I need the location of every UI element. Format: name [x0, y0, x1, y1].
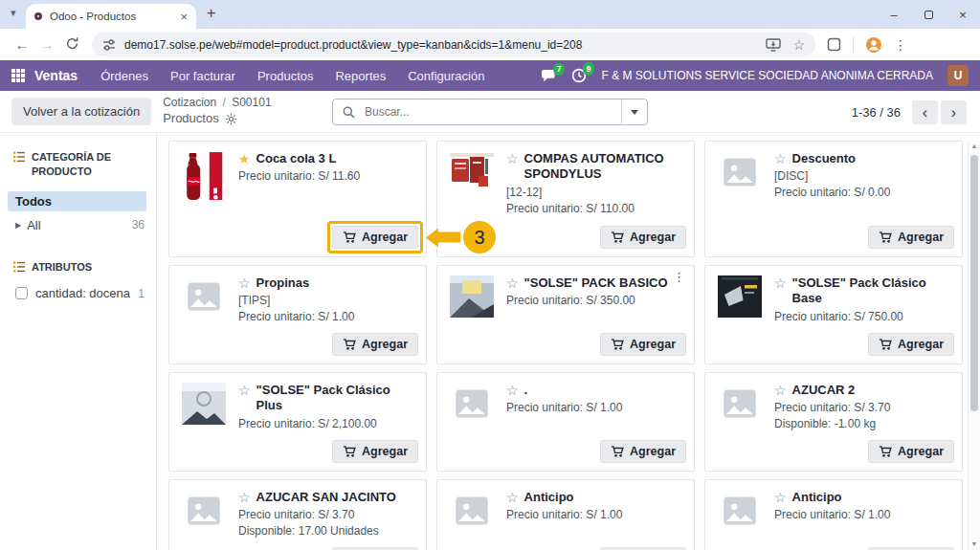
product-card[interactable]: ☆ AZUCAR 2 Precio unitario: S/ 3.70 Disp… — [704, 372, 963, 472]
favorite-star-icon[interactable]: ☆ — [238, 490, 251, 505]
search-input[interactable] — [363, 104, 621, 120]
product-title[interactable]: COMPAS AUTOMATICO SPONDYLUS — [524, 151, 686, 183]
menu-configuracion[interactable]: Configuración — [408, 69, 484, 83]
sidebar-item-all[interactable]: ▶ All 36 — [13, 215, 146, 235]
favorite-star-icon[interactable]: ☆ — [774, 383, 787, 398]
scroll-up-icon[interactable]: ▲ — [969, 141, 980, 152]
favorite-star-icon[interactable]: ☆ — [506, 383, 519, 398]
tab-list-chevron-icon[interactable]: ▾ — [11, 7, 16, 19]
product-image[interactable] — [179, 151, 229, 249]
product-card[interactable]: ☆ "SOLSE" Pack Clásico Base Precio unita… — [704, 265, 963, 364]
agregar-button[interactable]: Agregar — [600, 226, 686, 249]
product-card[interactable]: ☆ "SOLSE" Pack Clásico Plus Precio unita… — [168, 372, 427, 472]
product-card[interactable]: ☆ Descuento [DISC] Precio unitario: S/ 0… — [704, 141, 963, 257]
product-title[interactable]: . — [524, 383, 528, 398]
product-card[interactable]: ☆ . Precio unitario: S/ 1.00 ⋮ Agregar 3 — [436, 372, 695, 472]
activities-icon[interactable]: 9 — [571, 68, 587, 83]
product-image[interactable] — [179, 383, 229, 463]
favorite-star-icon[interactable]: ☆ — [506, 151, 519, 166]
checkbox[interactable] — [15, 287, 28, 299]
product-card[interactable]: ★ Coca cola 3 L Precio unitario: S/ 11.6… — [168, 141, 427, 257]
browser-tab[interactable]: Odoo - Productos × — [26, 4, 196, 29]
product-card[interactable]: ☆ Propinas [TIPS] Precio unitario: S/ 1.… — [168, 265, 427, 364]
address-bar[interactable]: demo17.solse.pe/web#model=product.produc… — [92, 33, 815, 56]
menu-ordenes[interactable]: Órdenes — [100, 69, 148, 83]
favorite-star-icon[interactable]: ☆ — [238, 275, 251, 291]
forward-icon[interactable]: → — [34, 36, 59, 53]
product-image[interactable] — [715, 383, 765, 463]
favorite-star-icon[interactable]: ☆ — [506, 275, 519, 291]
sidebar-item-todos[interactable]: Todos — [8, 191, 146, 211]
product-title[interactable]: Coca cola 3 L — [256, 151, 337, 166]
product-card[interactable]: ☆ AZUCAR SAN JACINTO Precio unitario: S/… — [168, 479, 427, 550]
pager-prev-button[interactable]: ‹ — [912, 100, 938, 124]
scroll-down-icon[interactable]: ▼ — [969, 539, 980, 550]
product-image[interactable] — [715, 490, 765, 550]
favorite-star-icon[interactable]: ★ — [238, 151, 251, 166]
scrollbar[interactable]: ▲ ▼ — [968, 141, 980, 550]
breadcrumb-cotizacion[interactable]: Cotizacion — [163, 96, 216, 109]
minimize-button[interactable]: – — [877, 8, 911, 22]
menu-reportes[interactable]: Reportes — [335, 69, 386, 83]
gear-icon[interactable] — [225, 113, 237, 125]
new-tab-button[interactable]: + — [207, 5, 215, 22]
scrollbar-thumb[interactable] — [970, 155, 978, 411]
profile-avatar-icon[interactable] — [865, 36, 882, 54]
product-image[interactable] — [447, 490, 497, 550]
product-card[interactable]: ☆ Anticipo Precio unitario: S/ 1.00 ⋮ Ag… — [436, 479, 695, 550]
volver-cotizacion-button[interactable]: Volver a la cotización — [11, 98, 151, 125]
close-window-button[interactable]: × — [946, 8, 980, 22]
product-title[interactable]: "SOLSE" PACK BASICO — [524, 275, 668, 291]
browser-menu-icon[interactable]: ⋮ — [894, 37, 907, 53]
menu-productos[interactable]: Productos — [257, 69, 314, 83]
menu-por-facturar[interactable]: Por facturar — [170, 69, 235, 83]
refresh-icon[interactable] — [59, 36, 84, 54]
agregar-button[interactable]: Agregar — [600, 440, 686, 463]
product-title[interactable]: Anticipo — [524, 490, 574, 505]
agregar-button[interactable]: Agregar — [600, 333, 686, 356]
product-title[interactable]: Descuento — [792, 151, 856, 166]
send-to-device-icon[interactable] — [766, 38, 781, 52]
app-name[interactable]: Ventas — [34, 68, 78, 83]
user-avatar[interactable]: U — [947, 65, 969, 86]
extensions-icon[interactable] — [827, 37, 841, 52]
product-image[interactable] — [447, 383, 497, 463]
search-dropdown-toggle[interactable] — [621, 99, 647, 124]
attribute-item-cantidad-docena[interactable]: cantidad: docena 1 — [13, 283, 146, 303]
pager-next-button[interactable]: › — [941, 100, 967, 124]
product-title[interactable]: AZUCAR SAN JACINTO — [256, 490, 396, 505]
tab-close-icon[interactable]: × — [180, 10, 188, 24]
favorite-star-icon[interactable]: ☆ — [774, 151, 787, 166]
product-image[interactable] — [179, 275, 229, 356]
url-text[interactable]: demo17.solse.pe/web#model=product.produc… — [124, 38, 754, 52]
restore-button[interactable] — [911, 8, 946, 22]
caret-right-icon[interactable]: ▶ — [15, 221, 21, 230]
product-card[interactable]: ☆ Anticipo Precio unitario: S/ 1.00 ⋮ Ag… — [704, 479, 963, 550]
company-name[interactable]: F & M SOLUTIONS SERVICE SOCIEDAD ANONIMA… — [601, 69, 933, 82]
product-image[interactable] — [179, 490, 229, 550]
product-image[interactable] — [715, 275, 765, 356]
product-title[interactable]: "SOLSE" Pack Clásico Plus — [256, 383, 418, 414]
agregar-button[interactable]: Agregar — [868, 440, 954, 463]
site-settings-icon[interactable] — [102, 38, 116, 52]
product-image[interactable] — [715, 151, 765, 249]
back-icon[interactable]: ← — [10, 36, 34, 53]
messages-icon[interactable]: 7 — [541, 69, 557, 83]
product-image[interactable] — [447, 275, 497, 356]
favorite-star-icon[interactable]: ☆ — [238, 383, 251, 398]
apps-grid-icon[interactable] — [11, 69, 25, 82]
favorite-star-icon[interactable]: ☆ — [506, 490, 519, 505]
bookmark-star-icon[interactable]: ☆ — [792, 37, 805, 53]
product-card[interactable]: ☆ "SOLSE" PACK BASICO Precio unitario: S… — [436, 265, 695, 364]
agregar-button[interactable]: Agregar — [332, 440, 418, 463]
agregar-button[interactable]: Agregar — [332, 226, 418, 249]
agregar-button[interactable]: Agregar — [332, 333, 418, 356]
agregar-button[interactable]: Agregar — [868, 333, 954, 356]
breadcrumb-s00101[interactable]: S00101 — [232, 96, 271, 109]
card-menu-icon[interactable]: ⋮ — [673, 270, 685, 284]
product-title[interactable]: AZUCAR 2 — [792, 383, 856, 398]
favorite-star-icon[interactable]: ☆ — [774, 490, 787, 505]
favorite-star-icon[interactable]: ☆ — [774, 275, 787, 291]
product-title[interactable]: Anticipo — [792, 490, 842, 505]
agregar-button[interactable]: Agregar — [868, 226, 954, 249]
